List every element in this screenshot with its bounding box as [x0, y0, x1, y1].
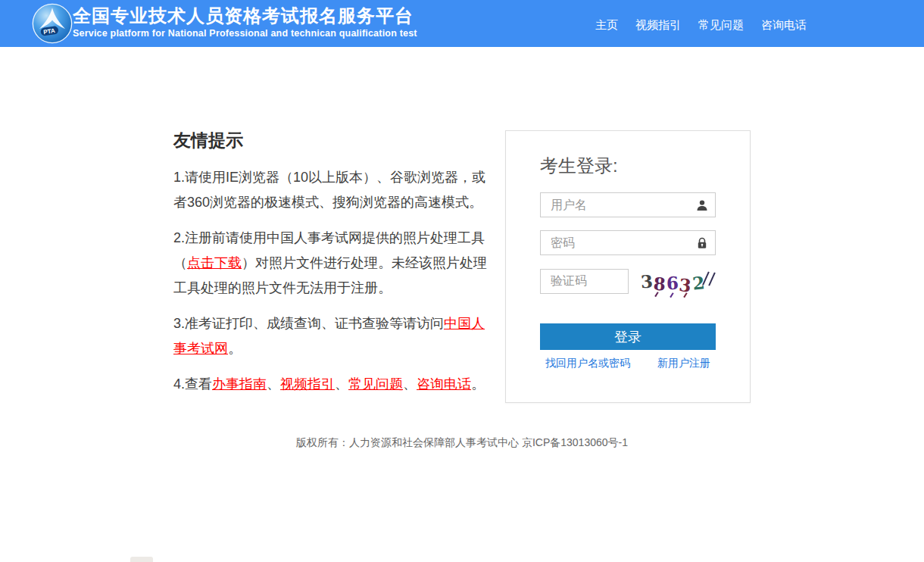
pta-logo-icon: PTA: [32, 3, 73, 44]
nav-link-2[interactable]: 常见问题: [698, 18, 744, 33]
captcha-digit-2: 6: [666, 273, 679, 292]
tip-red-link[interactable]: 常见问题: [348, 376, 403, 392]
login-title: 考生登录:: [540, 154, 716, 178]
tip-text: 。: [228, 341, 242, 356]
login-links: 找回用户名或密码 新用户注册: [540, 357, 716, 370]
tip-text: 、: [403, 376, 417, 392]
tip-red-link[interactable]: 点击下载: [187, 255, 242, 270]
tip-text: 3.准考证打印、成绩查询、证书查验等请访问: [173, 316, 444, 331]
tips-list: 1.请使用IE浏览器（10以上版本）、谷歌浏览器，或者360浏览器的极速模式、搜…: [173, 165, 490, 397]
header-nav: 主页视频指引常见问题咨询电话: [595, 18, 807, 33]
site-title: 全国专业技术人员资格考试报名服务平台: [73, 6, 417, 26]
footer: 版权所有：人力资源和社会保障部人事考试中心 京ICP备13013060号-1: [0, 436, 924, 450]
tip-text: 。: [471, 376, 485, 392]
tip-red-link[interactable]: 咨询电话: [417, 376, 471, 392]
tip-text: 1.请使用IE浏览器（10以上版本）、谷歌浏览器，或者360浏览器的极速模式、搜…: [173, 170, 485, 210]
tip-item-1: 1.请使用IE浏览器（10以上版本）、谷歌浏览器，或者360浏览器的极速模式、搜…: [173, 165, 490, 215]
register-link[interactable]: 新用户注册: [657, 357, 710, 370]
captcha-noise-line: [670, 292, 673, 298]
captcha-digit-0: 3: [640, 272, 654, 290]
captcha-image[interactable]: 38632: [639, 268, 716, 294]
tip-item-3: 3.准考证打印、成绩查询、证书查验等请访问中国人事考试网。: [173, 311, 490, 361]
password-field-wrap: [540, 230, 716, 255]
captcha-digit-1: 8: [653, 274, 666, 292]
tip-item-2: 2.注册前请使用中国人事考试网提供的照片处理工具（点击下载）对照片文件进行处理。…: [173, 226, 490, 301]
tip-text: 、: [335, 376, 348, 392]
username-input[interactable]: [540, 192, 716, 217]
captcha-noise-line: [708, 272, 716, 286]
main-content: 友情提示 1.请使用IE浏览器（10以上版本）、谷歌浏览器，或者360浏览器的极…: [173, 47, 751, 407]
tip-text: 4.查看: [173, 376, 212, 392]
user-icon: [696, 199, 708, 211]
login-card: 考生登录:: [505, 130, 751, 403]
username-field-wrap: [540, 192, 716, 217]
captcha-digit-3: 3: [678, 276, 691, 295]
tip-item-4: 4.查看办事指南、视频指引、常见问题、咨询电话。: [173, 372, 490, 397]
cutoff-artifact: [130, 557, 153, 562]
captcha-input[interactable]: [540, 269, 629, 294]
site-subtitle: Service platform for National Profession…: [73, 28, 417, 39]
forgot-credentials-link[interactable]: 找回用户名或密码: [545, 357, 630, 370]
tips-section: 友情提示 1.请使用IE浏览器（10以上版本）、谷歌浏览器，或者360浏览器的极…: [173, 130, 490, 407]
lock-icon: [696, 237, 708, 249]
tip-red-link[interactable]: 视频指引: [280, 376, 335, 392]
tip-red-link[interactable]: 办事指南: [212, 376, 267, 392]
password-input[interactable]: [540, 230, 716, 255]
nav-link-0[interactable]: 主页: [595, 18, 618, 33]
nav-link-1[interactable]: 视频指引: [635, 18, 681, 33]
copyright-text: 版权所有：人力资源和社会保障部人事考试中心 京ICP备13013060号-1: [296, 436, 628, 448]
captcha-row: 38632: [540, 268, 716, 294]
tip-text: 、: [267, 376, 280, 392]
login-button[interactable]: 登录: [540, 323, 716, 350]
nav-link-3[interactable]: 咨询电话: [761, 18, 807, 33]
header: PTA 全国专业技术人员资格考试报名服务平台 Service platform …: [0, 0, 924, 47]
tips-heading: 友情提示: [173, 130, 490, 150]
header-titles: 全国专业技术人员资格考试报名服务平台 Service platform for …: [73, 6, 417, 39]
captcha-field-wrap: [540, 269, 629, 294]
